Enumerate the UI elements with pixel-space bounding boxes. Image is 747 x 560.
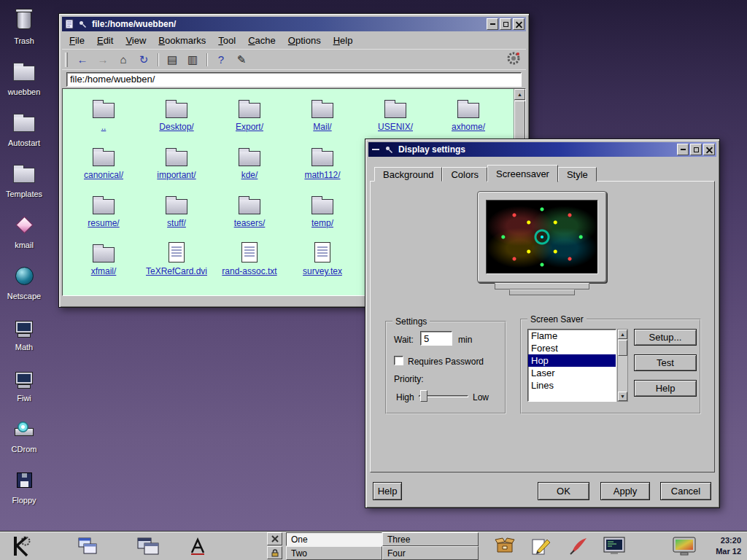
back-button[interactable]: ←	[73, 51, 92, 69]
test-button[interactable]: Test	[634, 354, 697, 371]
k-menu-button[interactable]	[3, 533, 38, 559]
file-item[interactable]: teasers/	[213, 192, 286, 241]
window-list-button[interactable]	[73, 533, 102, 559]
desktop-icon[interactable]: Autostart	[1, 106, 47, 158]
close-button[interactable]	[703, 144, 715, 155]
desktop-icon[interactable]: Floppy	[1, 464, 47, 515]
menu-item[interactable]: View	[125, 35, 146, 46]
maximize-button[interactable]	[500, 18, 511, 30]
minimize-button[interactable]	[487, 18, 498, 30]
screensaver-option[interactable]: Hop	[528, 354, 616, 367]
tab[interactable]: Background	[374, 167, 442, 182]
fonts-icon[interactable]	[183, 533, 212, 559]
scroll-up-button[interactable]: ▲	[514, 89, 525, 100]
file-item[interactable]: resume/	[67, 192, 140, 241]
file-item[interactable]: math112/	[286, 144, 359, 192]
tab[interactable]: Screensaver	[487, 165, 558, 182]
terminal-windows-icon[interactable]	[133, 533, 163, 559]
screensaver-list[interactable]: FlameForestHopLaserLines	[527, 329, 616, 402]
scroll-up-button[interactable]: ▲	[618, 330, 627, 339]
desktop-icon[interactable]: wuebben	[1, 55, 47, 106]
pin-icon[interactable]	[383, 144, 395, 155]
tab[interactable]: Colors	[442, 167, 487, 182]
file-item[interactable]: TeXRefCard.dvi	[140, 241, 213, 289]
menu-item[interactable]: Edit	[97, 35, 113, 46]
location-input[interactable]	[66, 72, 522, 87]
minimize-button[interactable]	[677, 144, 689, 155]
desktop-icon[interactable]: Templates	[1, 158, 47, 209]
package-manager-icon[interactable]	[490, 533, 519, 559]
file-item[interactable]: USENIX/	[359, 96, 432, 144]
file-item[interactable]: ..	[67, 96, 140, 144]
desktop-icon[interactable]: CDrom	[1, 413, 47, 464]
wait-input[interactable]	[420, 331, 452, 346]
help-button[interactable]: Help	[373, 482, 402, 500]
desktop-icon[interactable]: kmail	[1, 209, 47, 260]
scroll-thumb[interactable]	[618, 340, 627, 356]
desktop-icon[interactable]: Fiwi	[1, 362, 47, 413]
pin-icon[interactable]	[77, 18, 88, 30]
menu-item[interactable]: Options	[288, 35, 321, 46]
menu-item[interactable]: Tool	[218, 35, 236, 46]
paste-button[interactable]: ▥	[183, 51, 202, 69]
file-item[interactable]: Mail/	[286, 96, 359, 144]
ok-button[interactable]: OK	[538, 482, 589, 500]
tab[interactable]: Style	[558, 167, 597, 182]
cancel-button[interactable]: Cancel	[660, 482, 711, 500]
file-item[interactable]: temp/	[286, 192, 359, 241]
saver-help-button[interactable]: Help	[634, 380, 697, 397]
copy-button[interactable]: ▤	[163, 51, 182, 69]
pager-desktop-button[interactable]: Four	[382, 546, 479, 560]
console-icon[interactable]	[600, 533, 629, 559]
write-button[interactable]: ✎	[232, 51, 251, 69]
kde-gear-icon[interactable]	[506, 50, 522, 69]
file-item[interactable]: kde/	[213, 144, 286, 192]
text-editor-icon[interactable]	[527, 533, 556, 559]
slider-handle[interactable]	[420, 390, 427, 402]
pager-desktop-button[interactable]: One	[286, 532, 382, 546]
maximize-button[interactable]	[690, 144, 702, 155]
window-menu-icon[interactable]	[63, 18, 75, 30]
menu-item[interactable]: Help	[333, 35, 353, 46]
pager-desktop-button[interactable]: Two	[286, 546, 382, 560]
file-item[interactable]: Export/	[213, 96, 286, 144]
menu-item[interactable]: File	[69, 35, 85, 46]
close-button[interactable]	[513, 18, 525, 30]
file-item[interactable]: canonical/	[67, 144, 140, 192]
window-menu-icon[interactable]	[370, 144, 382, 155]
scroll-down-button[interactable]: ▼	[618, 392, 627, 401]
file-item[interactable]: important/	[140, 144, 213, 192]
help-button[interactable]: ?	[212, 51, 231, 69]
desktop-icon[interactable]: Math	[1, 311, 47, 362]
kfm-titlebar[interactable]: file:/home/wuebben/	[62, 17, 526, 31]
paint-pen-icon[interactable]	[563, 533, 592, 559]
apply-button[interactable]: Apply	[600, 482, 650, 500]
screensaver-option[interactable]: Laser	[528, 367, 616, 379]
requires-password-checkbox[interactable]	[394, 356, 403, 365]
desktop-icon[interactable]: Trash	[1, 4, 47, 55]
file-item[interactable]: Desktop/	[140, 96, 213, 144]
setup-button[interactable]: Setup...	[634, 329, 697, 346]
toolbar-grip[interactable]	[65, 52, 68, 67]
screensaver-list-scrollbar[interactable]: ▲ ▼	[617, 329, 628, 402]
file-item[interactable]: xfmail/	[67, 241, 140, 289]
menu-item[interactable]: Bookmarks	[158, 35, 206, 46]
pager-desktop-button[interactable]: Three	[382, 532, 479, 546]
screensaver-option[interactable]: Forest	[528, 342, 616, 354]
logout-button[interactable]	[267, 532, 282, 545]
screensaver-option[interactable]: Lines	[528, 379, 616, 392]
desktop-icon[interactable]: Netscape	[1, 260, 47, 311]
display-settings-titlebar[interactable]: Display settings	[368, 142, 716, 157]
forward-button[interactable]: →	[93, 51, 112, 69]
file-item[interactable]: stuff/	[140, 192, 213, 241]
home-button[interactable]: ⌂	[114, 51, 133, 69]
file-item[interactable]: axhome/	[432, 96, 505, 144]
display-applet-icon[interactable]	[668, 533, 700, 559]
reload-button[interactable]: ↻	[134, 51, 153, 69]
menu-item[interactable]: Cache	[248, 35, 276, 46]
priority-slider[interactable]	[419, 389, 468, 402]
file-item[interactable]: survey.tex	[286, 241, 359, 289]
lock-screen-button[interactable]	[267, 546, 282, 559]
screensaver-option[interactable]: Flame	[528, 330, 616, 342]
file-item[interactable]: rand-assoc.txt	[213, 241, 286, 289]
